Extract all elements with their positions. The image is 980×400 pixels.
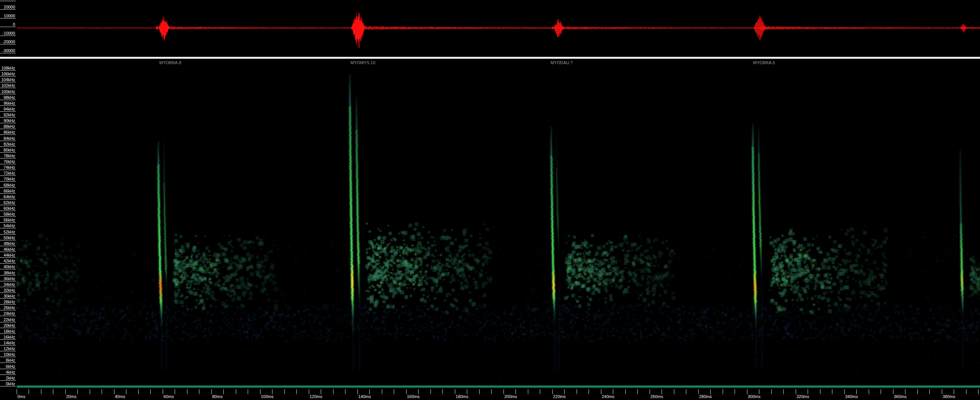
frequency-tick-label: 14kHz bbox=[0, 340, 16, 346]
frequency-tick-label: 76kHz bbox=[0, 159, 16, 164]
time-tick bbox=[589, 389, 589, 394]
time-tick bbox=[698, 389, 699, 394]
time-tick bbox=[942, 389, 942, 394]
frequency-tick-label: 6kHz bbox=[0, 364, 16, 369]
frequency-tick-label: 44kHz bbox=[0, 253, 16, 258]
frequency-tick-label: 8kHz bbox=[0, 358, 16, 363]
frequency-tick-label: 82kHz bbox=[0, 142, 16, 147]
time-tick bbox=[53, 389, 53, 394]
frequency-tick-label: 64kHz bbox=[0, 194, 16, 199]
time-tick-label: 80ms bbox=[212, 394, 223, 399]
time-tick bbox=[138, 389, 139, 394]
species-marker-label[interactable]: MYOMYS.10 bbox=[350, 60, 375, 66]
frequency-tick-label: 50kHz bbox=[0, 235, 16, 240]
time-tick bbox=[455, 389, 455, 394]
time-tick-label: 120ms bbox=[310, 394, 322, 399]
oscillogram-display[interactable] bbox=[17, 0, 980, 57]
time-tick bbox=[65, 389, 66, 394]
time-tick bbox=[41, 389, 41, 394]
time-tick bbox=[223, 389, 224, 394]
frequency-tick-label: 108kHz bbox=[0, 66, 16, 71]
frequency-tick-label: 26kHz bbox=[0, 305, 16, 310]
time-tick bbox=[881, 389, 881, 394]
time-tick-label: 300ms bbox=[748, 394, 761, 399]
time-tick-label: 280ms bbox=[699, 394, 712, 399]
amplitude-tick-label: -10000 bbox=[0, 31, 16, 36]
frequency-tick-label: 84kHz bbox=[0, 136, 16, 141]
time-tick-label: 60ms bbox=[163, 394, 174, 399]
time-tick bbox=[382, 389, 382, 394]
time-tick bbox=[771, 389, 772, 394]
frequency-tick-label: 56kHz bbox=[0, 218, 16, 223]
frequency-tick-label: 20kHz bbox=[0, 323, 16, 328]
spectrogram-display[interactable] bbox=[17, 66, 980, 385]
time-tick bbox=[236, 389, 236, 394]
time-tick bbox=[552, 389, 553, 394]
time-tick bbox=[345, 389, 345, 394]
time-tick bbox=[187, 389, 187, 394]
time-tick-label: 20ms bbox=[66, 394, 77, 399]
species-marker-label[interactable]: MYOBRA.8 bbox=[159, 60, 181, 66]
time-tick bbox=[296, 389, 297, 394]
time-tick-label: 380ms bbox=[943, 394, 955, 399]
time-tick bbox=[735, 389, 735, 394]
time-tick bbox=[357, 389, 358, 394]
frequency-tick-label: 34kHz bbox=[0, 282, 16, 287]
time-tick bbox=[309, 389, 309, 394]
time-tick bbox=[102, 389, 102, 394]
time-tick bbox=[601, 389, 601, 394]
frequency-tick-label: 48kHz bbox=[0, 241, 16, 246]
time-tick bbox=[163, 389, 163, 394]
frequency-tick-label: 68kHz bbox=[0, 183, 16, 188]
frequency-tick-label: 90kHz bbox=[0, 118, 16, 123]
time-tick bbox=[175, 389, 175, 394]
frequency-tick-label: 30kHz bbox=[0, 294, 16, 299]
frequency-tick-label: 36kHz bbox=[0, 276, 16, 281]
frequency-tick-label: 102kHz bbox=[0, 83, 16, 88]
frequency-tick-label: 72kHz bbox=[0, 171, 16, 176]
time-tick bbox=[394, 389, 394, 394]
species-label-row: MYOBRA.8MYOMYS.10MYODAU.?MYOBRA.5 bbox=[0, 59, 980, 66]
amplitude-tick-label: 30000 bbox=[0, 0, 16, 1]
time-tick-label: 320ms bbox=[796, 394, 809, 399]
time-tick bbox=[430, 389, 431, 394]
time-tick bbox=[893, 389, 893, 394]
time-tick bbox=[540, 389, 540, 394]
time-tick bbox=[333, 389, 333, 394]
frequency-tick-label: 2kHz bbox=[0, 376, 16, 381]
frequency-tick-label: 80kHz bbox=[0, 148, 16, 153]
time-tick bbox=[17, 389, 17, 394]
species-marker-label[interactable]: MYODAU.? bbox=[551, 60, 573, 66]
spectrogram-panel: MYOBRA.8MYOMYS.10MYODAU.?MYOBRA.5 108kHz… bbox=[0, 59, 980, 388]
time-tick bbox=[650, 389, 650, 394]
time-tick-label: 220ms bbox=[553, 394, 566, 399]
time-tick bbox=[686, 389, 686, 394]
time-tick bbox=[783, 389, 784, 394]
time-tick bbox=[504, 389, 504, 394]
time-tick-label: 100ms bbox=[261, 394, 274, 399]
frequency-tick-label: 98kHz bbox=[0, 95, 16, 100]
bat-call-analysis-window: 3000020000100000-10000-20000-30000 MYOBR… bbox=[0, 0, 980, 400]
amplitude-axis: 3000020000100000-10000-20000-30000 bbox=[0, 0, 17, 57]
time-axis[interactable]: 0ms20ms40ms60ms80ms100ms120ms140ms160ms1… bbox=[0, 388, 980, 400]
zero-frequency-bar bbox=[17, 385, 980, 388]
frequency-tick-label: 38kHz bbox=[0, 271, 16, 276]
time-tick bbox=[150, 389, 151, 394]
frequency-tick-label: 60kHz bbox=[0, 206, 16, 211]
species-marker-label[interactable]: MYOBRA.5 bbox=[753, 60, 775, 66]
waveform-panel: 3000020000100000-10000-20000-30000 bbox=[0, 0, 980, 57]
frequency-tick-label: 106kHz bbox=[0, 71, 16, 77]
frequency-tick-label: 32kHz bbox=[0, 288, 16, 293]
time-tick bbox=[284, 389, 285, 394]
time-tick-label: 140ms bbox=[358, 394, 371, 399]
time-tick-label: 200ms bbox=[504, 394, 517, 399]
time-tick bbox=[747, 389, 747, 394]
time-tick-label: 40ms bbox=[115, 394, 125, 399]
frequency-tick-label: 4kHz bbox=[0, 370, 16, 375]
frequency-tick-label: 40kHz bbox=[0, 264, 16, 269]
frequency-tick-label: 54kHz bbox=[0, 223, 16, 228]
time-tick-label: 360ms bbox=[894, 394, 907, 399]
frequency-tick-label: 52kHz bbox=[0, 230, 16, 235]
frequency-tick-label: 96kHz bbox=[0, 101, 16, 106]
time-tick-label: 160ms bbox=[407, 394, 420, 399]
